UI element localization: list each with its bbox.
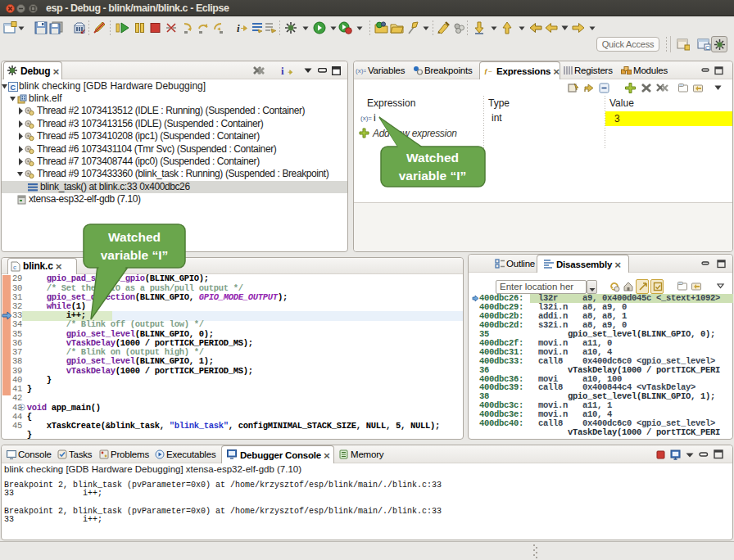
svg-text:Watched: Watched	[108, 230, 161, 244]
svg-text:Watched: Watched	[406, 151, 459, 165]
svg-text:variable “I”: variable “I”	[101, 248, 169, 262]
svg-text:variable “I”: variable “I”	[399, 169, 467, 183]
